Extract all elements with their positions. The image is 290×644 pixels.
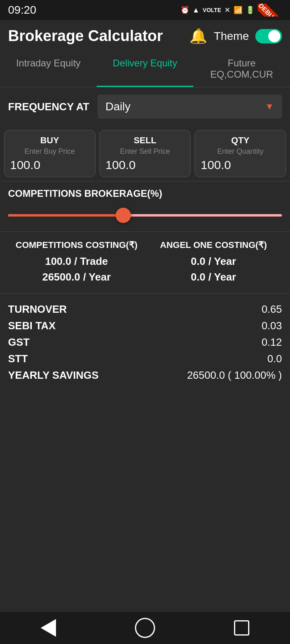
competitions-costing-title: COMPETITIONS COSTING(₹) [8, 240, 145, 250]
content-spacer [0, 395, 290, 612]
stat-row-savings: YEARLY SAVINGS 26500.0 ( 100.00% ) [8, 369, 282, 382]
theme-label: Theme [214, 30, 249, 43]
stat-row-gst: GST 0.12 [8, 336, 282, 349]
debug-badge: DEBUG [258, 4, 282, 17]
buy-placeholder: Enter Buy Price [10, 147, 89, 156]
recent-button[interactable] [230, 616, 254, 640]
wifi-icon: ▲ [193, 6, 200, 14]
sebi-label: SEBI TAX [8, 320, 56, 332]
qty-placeholder: Enter Quantity [201, 147, 280, 156]
alarm-icon: ⏰ [180, 6, 189, 14]
slider-fill [8, 214, 123, 217]
sell-placeholder: Enter Sell Price [106, 147, 185, 156]
slider-label: COMPETITIONS BROKERAGE(%) [8, 188, 282, 199]
app-title: Brokerage Calculator [8, 27, 163, 45]
frequency-select[interactable]: Daily ▼ [97, 95, 282, 119]
home-button[interactable] [133, 616, 157, 640]
qty-value[interactable]: 100.0 [201, 158, 280, 172]
buy-input-group[interactable]: BUY Enter Buy Price 100.0 [4, 130, 95, 177]
stat-row-sebi: SEBI TAX 0.03 [8, 320, 282, 332]
status-icons: ⏰ ▲ VOLTE ✕ 📶 🔋 DEBUG [180, 4, 282, 17]
savings-label: YEARLY SAVINGS [8, 369, 99, 382]
qty-input-group[interactable]: QTY Enter Quantity 100.0 [195, 130, 286, 177]
competitions-per-year: 26500.0 / Year [8, 269, 145, 285]
savings-value: 26500.0 ( 100.00% ) [187, 369, 282, 382]
status-bar: 09:20 ⏰ ▲ VOLTE ✕ 📶 🔋 DEBUG [0, 0, 290, 20]
sebi-value: 0.03 [261, 320, 282, 332]
stat-row-turnover: TURNOVER 0.65 [8, 303, 282, 316]
signal-icon: 📶 [234, 6, 242, 14]
turnover-label: TURNOVER [8, 303, 67, 316]
tab-bar: Intraday Equity Delivery Equity Future E… [0, 50, 290, 87]
bell-icon[interactable]: 🔔 [189, 28, 207, 45]
header-right: 🔔 Theme [189, 28, 282, 45]
dropdown-arrow-icon: ▼ [265, 101, 274, 112]
input-row: BUY Enter Buy Price 100.0 SELL Enter Sel… [0, 126, 290, 181]
buy-value[interactable]: 100.0 [10, 158, 89, 172]
slider-track [8, 214, 282, 217]
angel-one-per-trade: 0.0 / Year [145, 254, 282, 269]
slider-container[interactable] [8, 207, 282, 223]
frequency-row: FREQUENCY AT Daily ▼ [0, 87, 290, 126]
slider-thumb[interactable] [116, 208, 131, 223]
sell-input-group[interactable]: SELL Enter Sell Price 100.0 [99, 130, 191, 177]
angel-one-costing-title: ANGEL ONE COSTING(₹) [145, 240, 282, 250]
stt-label: STT [8, 353, 28, 365]
competitions-per-trade: 100.0 / Trade [8, 254, 145, 269]
gst-label: GST [8, 336, 29, 349]
frequency-label: FREQUENCY AT [8, 101, 89, 113]
buy-label: BUY [10, 135, 89, 146]
toggle-knob [268, 30, 280, 42]
angel-one-costing: ANGEL ONE COSTING(₹) 0.0 / Year 0.0 / Ye… [145, 240, 282, 285]
stt-value: 0.0 [267, 353, 282, 365]
back-icon [41, 619, 56, 637]
qty-label: QTY [201, 135, 280, 146]
gst-value: 0.12 [261, 336, 282, 349]
sell-value[interactable]: 100.0 [106, 158, 185, 172]
stat-row-stt: STT 0.0 [8, 353, 282, 365]
stats-section: TURNOVER 0.65 SEBI TAX 0.03 GST 0.12 STT… [0, 293, 290, 395]
theme-toggle[interactable] [255, 29, 282, 43]
angel-one-per-year: 0.0 / Year [145, 269, 282, 285]
recent-icon [234, 620, 249, 636]
battery-icon: 🔋 [246, 6, 255, 14]
tab-delivery[interactable]: Delivery Equity [97, 50, 193, 87]
status-time: 09:20 [8, 4, 36, 17]
home-icon [135, 618, 155, 638]
competitions-costing: COMPETITIONS COSTING(₹) 100.0 / Trade 26… [8, 240, 145, 285]
signal-x-icon: ✕ [224, 6, 230, 14]
tab-intraday[interactable]: Intraday Equity [0, 50, 97, 87]
volte-icon: VOLTE [203, 7, 221, 13]
slider-section: COMPETITIONS BROKERAGE(%) [0, 181, 290, 231]
tab-future[interactable]: Future EQ,COM,CUR [193, 50, 290, 87]
turnover-value: 0.65 [261, 303, 282, 316]
frequency-value: Daily [106, 100, 130, 113]
sell-label: SELL [106, 135, 185, 146]
app-header: Brokerage Calculator 🔔 Theme [0, 20, 290, 50]
back-button[interactable] [36, 616, 60, 640]
costing-section: COMPETITIONS COSTING(₹) 100.0 / Trade 26… [0, 231, 290, 293]
bottom-nav [0, 612, 290, 644]
